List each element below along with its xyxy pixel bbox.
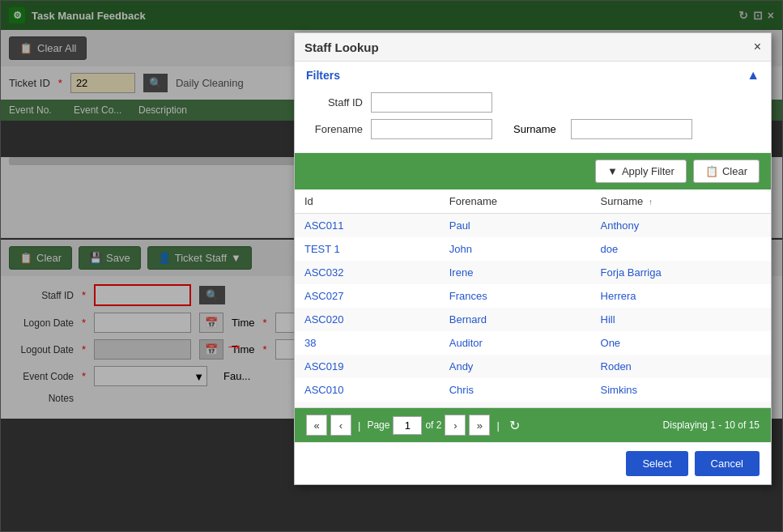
cell-id: ASC020 [295, 308, 440, 331]
cell-forename: Irene [440, 261, 591, 284]
next-page-button[interactable]: › [445, 415, 466, 436]
table-row[interactable]: 38AuditorOne [295, 331, 771, 355]
cell-surname: Anthony [591, 214, 771, 238]
first-page-button[interactable]: « [306, 415, 327, 436]
filter-staff-id-input[interactable] [371, 92, 492, 113]
cell-forename: Auditor [440, 331, 591, 355]
refresh-button[interactable]: ↻ [509, 418, 520, 433]
table-row[interactable]: ASC020BernardHill [295, 308, 771, 331]
filters-header: Filters ▲ [295, 62, 771, 86]
cell-forename: Chris [440, 378, 591, 402]
pagination-info: Displaying 1 - 10 of 15 [663, 419, 760, 431]
filters-label: Filters [306, 69, 340, 82]
modal-titlebar: Staff Lookup × [295, 33, 771, 62]
cell-id: ASC010 [295, 378, 440, 402]
prev-page-button[interactable]: ‹ [330, 415, 351, 436]
cell-forename: Bernard [440, 308, 591, 331]
sort-arrow-icon: ↑ [649, 198, 653, 206]
cell-forename: Paul [440, 214, 591, 238]
total-pages: of 2 [425, 419, 441, 431]
filter-forename-input[interactable] [371, 119, 492, 139]
last-page-button[interactable]: » [469, 415, 490, 436]
cell-forename: John [440, 402, 591, 408]
page-number-input[interactable] [393, 416, 422, 435]
cell-id: 38 [295, 331, 440, 355]
apply-filter-button[interactable]: ▼ Apply Filter [595, 160, 687, 183]
cell-surname: Smith [591, 402, 771, 408]
cell-surname: Roden [591, 355, 771, 378]
modal-close-button[interactable]: × [754, 40, 761, 54]
cell-surname: One [591, 331, 771, 355]
table-row[interactable]: TEST 1Johndoe [295, 237, 771, 261]
lookup-table: Id Forename Surname ↑ ASC011PaulAnthonyT… [295, 189, 771, 408]
clear-filter-label: Clear [722, 165, 747, 177]
table-row[interactable]: ASC019AndyRoden [295, 355, 771, 378]
filter-surname-label: Surname [513, 123, 556, 135]
pagination-bar: « ‹ | Page of 2 › » | ↻ Displaying 1 - 1… [295, 408, 771, 442]
forename-filter-row: Forename Surname [306, 119, 760, 139]
cell-id: TEST 1 [295, 237, 440, 261]
filter-staff-id-label: Staff ID [306, 96, 363, 109]
modal-title: Staff Lookup [304, 40, 379, 54]
cell-id: ASC032 [295, 261, 440, 284]
filter-icon: ▼ [607, 165, 618, 177]
page-sep-1: | [358, 419, 360, 432]
col-header-surname[interactable]: Surname ↑ [591, 189, 771, 214]
table-row[interactable]: ASC027FrancesHerrera [295, 284, 771, 308]
filter-surname-input[interactable] [571, 119, 692, 139]
clear-filter-icon: 📋 [705, 165, 718, 177]
page-sep-2: | [496, 419, 499, 432]
col-header-id[interactable]: Id [295, 189, 440, 214]
cancel-button[interactable]: Cancel [695, 451, 760, 476]
table-row[interactable]: ASC011PaulAnthony [295, 214, 771, 238]
select-button[interactable]: Select [626, 451, 687, 476]
col-header-forename[interactable]: Forename [440, 189, 591, 214]
staff-id-filter-row: Staff ID [306, 92, 760, 113]
cell-id: ASC1000 [295, 402, 440, 408]
cell-surname: Forja Barriga [591, 261, 771, 284]
page-label: Page [367, 419, 389, 431]
apply-filter-label: Apply Filter [622, 165, 674, 177]
table-row[interactable]: ASC010ChrisSimkins [295, 378, 771, 402]
staff-lookup-modal: Staff Lookup × Filters ▲ Staff ID Forena… [294, 32, 772, 485]
cell-surname: Hill [591, 308, 771, 331]
filters-toggle-button[interactable]: ▲ [747, 68, 760, 83]
cell-surname: Herrera [591, 284, 771, 308]
cell-surname: doe [591, 237, 771, 261]
table-row[interactable]: ASC1000JohnSmith [295, 402, 771, 408]
cell-forename: Andy [440, 355, 591, 378]
clear-filter-button[interactable]: 📋 Clear [693, 160, 760, 183]
filter-form: Staff ID Forename Surname [295, 86, 771, 153]
cell-id: ASC027 [295, 284, 440, 308]
cell-id: ASC019 [295, 355, 440, 378]
modal-footer: Select Cancel [295, 442, 771, 484]
lookup-table-scroll[interactable]: Id Forename Surname ↑ ASC011PaulAnthonyT… [295, 189, 771, 408]
cell-forename: Frances [440, 284, 591, 308]
red-arrow-indicator: → [225, 336, 243, 357]
filter-forename-label: Forename [306, 123, 363, 135]
cell-id: ASC011 [295, 214, 440, 238]
cell-forename: John [440, 237, 591, 261]
table-row[interactable]: ASC032IreneForja Barriga [295, 261, 771, 284]
modal-overlay: Staff Lookup × Filters ▲ Staff ID Forena… [0, 0, 783, 532]
cell-surname: Simkins [591, 378, 771, 402]
modal-action-bar: ▼ Apply Filter 📋 Clear [295, 153, 771, 189]
